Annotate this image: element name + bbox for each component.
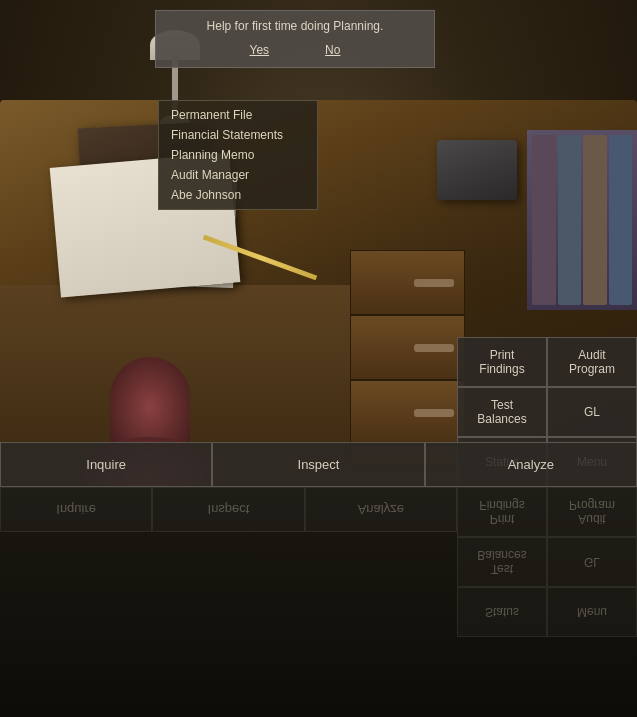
- menu-item-audit-manager[interactable]: Audit Manager: [159, 165, 317, 185]
- bottom-buttons-panel: Inquire Inspect Analyze: [0, 442, 637, 487]
- scene: Help for first time doing Planning. Yes …: [0, 0, 637, 717]
- drawer-2: [351, 316, 464, 381]
- reflection-test-balances: TestBalances: [457, 537, 547, 587]
- reflection-inquire: Inquire: [0, 487, 152, 532]
- help-no-button[interactable]: No: [317, 41, 348, 59]
- analyze-button[interactable]: Analyze: [425, 442, 637, 487]
- audit-program-button[interactable]: AuditProgram: [547, 337, 637, 387]
- inspect-button[interactable]: Inspect: [212, 442, 424, 487]
- reflection-audit-program: AuditProgram: [547, 487, 637, 537]
- menu-item-financial-statements[interactable]: Financial Statements: [159, 125, 317, 145]
- phone: [437, 140, 517, 200]
- help-dialog-buttons: Yes No: [168, 41, 422, 59]
- print-findings-button[interactable]: PrintFindings: [457, 337, 547, 387]
- drawer-3: [351, 381, 464, 446]
- drawer-1: [351, 251, 464, 316]
- help-dialog: Help for first time doing Planning. Yes …: [155, 10, 435, 68]
- binder-2: [558, 135, 582, 305]
- reflection-right-buttons: Status Menu TestBalances GL PrintFinding…: [457, 487, 637, 637]
- menu-item-planning-memo[interactable]: Planning Memo: [159, 145, 317, 165]
- binder-4: [609, 135, 633, 305]
- help-dialog-text: Help for first time doing Planning.: [168, 19, 422, 33]
- help-yes-button[interactable]: Yes: [242, 41, 278, 59]
- desk-drawers: [350, 250, 465, 465]
- binder-3: [583, 135, 607, 305]
- reflection-area: Inquire Inspect Analyze Status Menu Test…: [0, 487, 637, 717]
- binder-1: [532, 135, 556, 305]
- menu-item-permanent-file[interactable]: Permanent File: [159, 105, 317, 125]
- drawer-handle-3: [414, 409, 454, 417]
- drawer-handle-1: [414, 279, 454, 287]
- inquire-button[interactable]: Inquire: [0, 442, 212, 487]
- gl-button[interactable]: GL: [547, 387, 637, 437]
- reflection-print-findings: PrintFindings: [457, 487, 547, 537]
- drawer-handle-2: [414, 344, 454, 352]
- menu-item-abe-johnson[interactable]: Abe Johnson: [159, 185, 317, 205]
- reflection-menu: Menu: [547, 587, 637, 637]
- reflection-gl: GL: [547, 537, 637, 587]
- reflection-inspect: Inspect: [152, 487, 304, 532]
- reflection-status: Status: [457, 587, 547, 637]
- context-menu: Permanent File Financial Statements Plan…: [158, 100, 318, 210]
- reflection-analyze: Analyze: [305, 487, 457, 532]
- test-balances-button[interactable]: TestBalances: [457, 387, 547, 437]
- reflection-bottom-buttons: Inquire Inspect Analyze: [0, 487, 457, 532]
- right-binders: [527, 130, 637, 310]
